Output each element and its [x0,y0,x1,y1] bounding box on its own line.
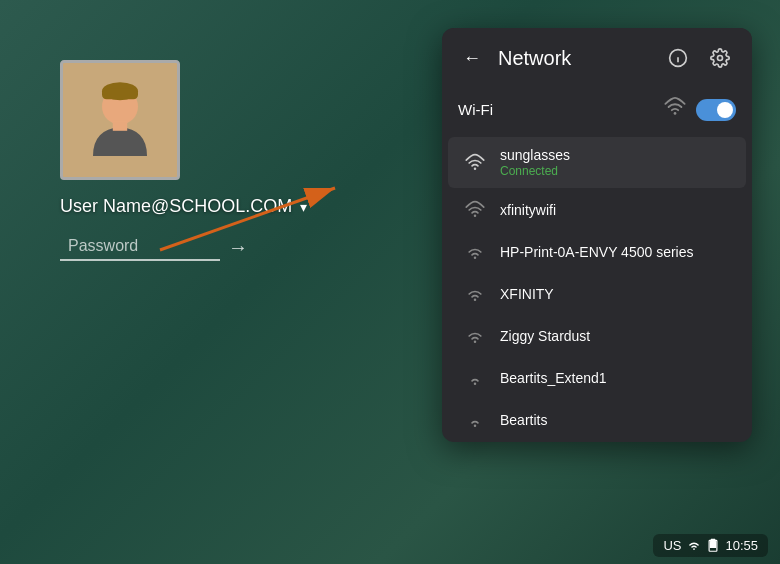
password-row: → [60,233,248,261]
wifi-icon-xfinity2 [464,284,486,304]
svg-point-13 [474,257,477,260]
wifi-icon [664,96,686,118]
wifi-icon-xfinity [464,200,486,220]
wifi-icon-beartits [464,410,486,430]
network-info-xfinitywifi: xfinitywifi [500,202,730,218]
svg-point-17 [474,425,477,428]
login-area: User Name@SCHOOL.COM ▾ → [60,60,307,261]
network-info-beartits: Beartits [500,412,730,428]
panel-title: Network [498,47,571,70]
network-name: Ziggy Stardust [500,328,730,344]
username-row: User Name@SCHOOL.COM ▾ [60,196,307,217]
svg-rect-21 [710,541,716,548]
network-list: sunglasses Connected xfinitywifi [442,137,752,440]
network-name: Beartits_Extend1 [500,370,730,386]
network-item-xfinity[interactable]: XFINITY [448,274,746,314]
wifi-connected-icon [464,153,486,173]
network-name: HP-Print-0A-ENVY 4500 series [500,244,730,260]
wifi-section-header: Wi-Fi [442,88,752,135]
panel-header: ← Network [442,28,752,88]
locale-indicator: US [663,538,681,553]
svg-point-11 [474,167,477,170]
password-input[interactable] [60,233,220,261]
clock-display: 10:55 [725,538,758,553]
svg-point-16 [474,383,477,386]
chevron-down-icon[interactable]: ▾ [300,199,307,215]
wifi-icon-beartits-extend [464,368,486,388]
svg-rect-20 [711,539,716,541]
svg-point-12 [474,215,477,218]
network-item-hp-print[interactable]: HP-Print-0A-ENVY 4500 series [448,232,746,272]
network-info-sunglasses: sunglasses Connected [500,147,730,178]
svg-point-14 [474,299,477,302]
network-panel: ← Network Wi-Fi [442,28,752,442]
avatar-image [75,75,165,165]
taskbar-status-area[interactable]: US 10:55 [653,534,768,557]
network-name: sunglasses [500,147,730,163]
taskbar-battery-icon [707,538,719,552]
taskbar-wifi-icon [687,538,701,552]
network-name: xfinitywifi [500,202,730,218]
avatar [60,60,180,180]
network-name: XFINITY [500,286,730,302]
svg-point-18 [694,548,696,550]
back-button[interactable]: ← [458,44,486,72]
network-connected-status: Connected [500,164,730,178]
settings-icon-button[interactable] [704,42,736,74]
svg-point-10 [674,112,677,115]
svg-point-15 [474,341,477,344]
gear-icon [710,48,730,68]
network-name: Beartits [500,412,730,428]
wifi-icon-ziggy [464,326,486,346]
wifi-toggle-row [664,96,736,123]
svg-rect-3 [102,89,138,100]
wifi-toggle[interactable] [696,99,736,121]
info-icon [668,48,688,68]
network-item-beartits[interactable]: Beartits [448,400,746,440]
wifi-label: Wi-Fi [458,101,493,118]
svg-point-9 [718,56,723,61]
taskbar: US 10:55 [0,526,780,564]
network-item-sunglasses[interactable]: sunglasses Connected [448,137,746,188]
network-item-xfinitywifi[interactable]: xfinitywifi [448,190,746,230]
network-item-ziggy[interactable]: Ziggy Stardust [448,316,746,356]
panel-header-left: ← Network [458,44,571,72]
svg-rect-1 [113,122,127,131]
submit-arrow-icon[interactable]: → [228,236,248,259]
panel-header-icons [662,42,736,74]
info-icon-button[interactable] [662,42,694,74]
wifi-icon-hp [464,242,486,262]
network-info-hp-print: HP-Print-0A-ENVY 4500 series [500,244,730,260]
network-info-beartits-extend: Beartits_Extend1 [500,370,730,386]
network-info-ziggy: Ziggy Stardust [500,328,730,344]
wifi-signal-icon [664,96,686,123]
network-item-beartits-extend[interactable]: Beartits_Extend1 [448,358,746,398]
network-info-xfinity2: XFINITY [500,286,730,302]
username-text: User Name@SCHOOL.COM [60,196,292,217]
